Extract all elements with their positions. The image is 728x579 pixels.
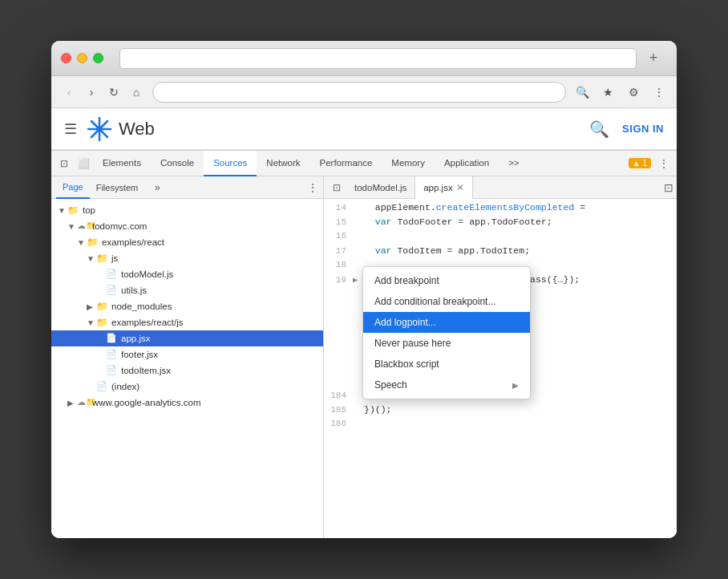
file-icon: 📄 — [106, 349, 119, 360]
fullscreen-button[interactable] — [93, 53, 103, 63]
code-line-14: 14 appElement.createElementsByCompleted … — [324, 202, 677, 217]
tab-performance[interactable]: Performance — [310, 151, 382, 176]
traffic-lights — [61, 53, 103, 63]
page-header: ☰ Web 🔍 SIGN IN — [51, 108, 677, 150]
cm-item-label: Speech — [374, 379, 407, 391]
cm-never-pause[interactable]: Never pause here — [363, 333, 530, 354]
cm-item-label: Add breakpoint — [374, 275, 439, 286]
sign-in-button[interactable]: SIGN IN — [622, 123, 664, 135]
cm-add-breakpoint[interactable]: Add breakpoint — [363, 270, 530, 291]
sidebar-options-icon[interactable]: ⋮ — [307, 181, 318, 194]
tab-console[interactable]: Console — [151, 151, 204, 176]
devtools-device-icon[interactable]: ⬜ — [74, 154, 93, 173]
file-icon: 📄 — [106, 285, 119, 296]
sidebar-tab-page[interactable]: Page — [56, 176, 90, 199]
cm-blackbox-script[interactable]: Blackbox script — [363, 354, 530, 375]
hamburger-menu-icon[interactable]: ☰ — [64, 120, 77, 138]
search-icon[interactable]: 🔍 — [571, 81, 593, 103]
cloud-folder-icon: ☁📁 — [77, 397, 90, 408]
tree-item-footer-jsx[interactable]: 📄 footer.jsx — [51, 346, 323, 362]
tree-label: examples/react/js — [111, 318, 183, 327]
tree-item-node-modules[interactable]: ▶ 📁 node_modules — [51, 298, 323, 314]
tree-label: js — [111, 253, 118, 263]
code-tab-appjsx[interactable]: app.jsx ✕ — [415, 176, 472, 199]
code-tabs: ⊡ todoModel.js app.jsx ✕ ⊡ — [324, 176, 677, 199]
tree-item-top[interactable]: ▼ 📁 top — [51, 202, 323, 218]
nav-bar: ‹ › ↻ ⌂ 🔍 ★ ⚙ ⋮ — [51, 76, 677, 108]
tree-item-todomodel[interactable]: 📄 todoModel.js — [51, 266, 323, 282]
code-tab-icon[interactable]: ⊡ — [327, 178, 346, 197]
code-tab-label: app.jsx — [423, 183, 452, 192]
nav-icons: 🔍 ★ ⚙ ⋮ — [571, 81, 670, 103]
devtools-tabs: ⊡ ⬜ Elements Console Sources Network Per… — [51, 151, 677, 176]
code-line-16: 16 — [324, 231, 677, 245]
code-expand-icon[interactable]: ⊡ — [664, 181, 673, 194]
cloud-folder-icon: ☁📁 — [77, 221, 90, 232]
tree-item-examples-react-js[interactable]: ▼ 📁 examples/react/js — [51, 314, 323, 330]
header-search-icon[interactable]: 🔍 — [589, 119, 609, 139]
tree-item-google-analytics[interactable]: ▶ ☁📁 www.google-analytics.com — [51, 395, 323, 411]
tab-application[interactable]: Application — [435, 151, 499, 176]
sidebar-tabs: Page Filesystem » ⋮ — [51, 176, 323, 199]
warning-badge: ▲ 1 — [629, 158, 651, 168]
tree-item-examples-react[interactable]: ▼ 📁 examples/react — [51, 234, 323, 250]
tree-item-todoitem-jsx[interactable]: 📄 todoItem.jsx — [51, 362, 323, 379]
url-bar[interactable] — [119, 48, 637, 69]
forward-button[interactable]: › — [80, 81, 103, 103]
tab-network[interactable]: Network — [257, 151, 309, 176]
tab-more[interactable]: >> — [499, 151, 528, 176]
code-tab-close-icon[interactable]: ✕ — [456, 182, 464, 193]
tree-item-utils[interactable]: 📄 utils.js — [51, 282, 323, 298]
tree-item-app-jsx[interactable]: 📄 app.jsx — [51, 330, 323, 346]
file-icon: 📄 — [106, 333, 119, 344]
bookmark-icon[interactable]: ★ — [597, 81, 619, 103]
tree-label: examples/react — [102, 237, 164, 247]
code-tab-label: todoModel.js — [354, 183, 406, 192]
new-tab-button[interactable]: + — [643, 48, 664, 69]
devtools-select-icon[interactable]: ⊡ — [55, 154, 74, 173]
tab-elements[interactable]: Elements — [93, 151, 151, 176]
tree-item-js[interactable]: ▼ 📁 js — [51, 250, 323, 266]
folder-icon: 📁 — [96, 253, 109, 264]
sidebar-more-icon[interactable]: » — [148, 178, 167, 197]
file-tree: ▼ 📁 top ▼ ☁📁 todomvc.com — [51, 199, 323, 538]
tree-arrow: ▶ — [87, 302, 96, 311]
tree-label: utils.js — [121, 285, 147, 295]
devtools-settings-icon[interactable]: ⋮ — [654, 154, 673, 173]
tree-label: footer.jsx — [121, 350, 158, 359]
tree-item-index[interactable]: 📄 (index) — [51, 379, 323, 395]
back-button[interactable]: ‹ — [58, 81, 80, 103]
tree-label: node_modules — [111, 302, 172, 311]
brand-name: Web — [119, 119, 589, 140]
folder-icon: 📁 — [96, 301, 109, 312]
tree-arrow: ▼ — [67, 222, 77, 231]
folder-icon: 📁 — [67, 204, 80, 216]
close-button[interactable] — [61, 53, 71, 63]
folder-icon: 📁 — [96, 317, 109, 328]
tab-sources[interactable]: Sources — [204, 151, 257, 176]
home-button[interactable]: ⌂ — [125, 81, 148, 103]
tree-item-todomvc[interactable]: ▼ ☁📁 todomvc.com — [51, 218, 323, 234]
tree-label: todomvc.com — [92, 221, 147, 231]
refresh-button[interactable]: ↻ — [103, 81, 125, 103]
tree-arrow: ▼ — [87, 254, 96, 263]
cm-add-conditional-breakpoint[interactable]: Add conditional breakpoint... — [363, 291, 530, 312]
brand-logo — [87, 116, 112, 142]
extensions-icon[interactable]: ⚙ — [622, 81, 645, 103]
menu-icon[interactable]: ⋮ — [648, 81, 670, 103]
title-bar: + — [51, 41, 677, 76]
devtools-panel: ⊡ ⬜ Elements Console Sources Network Per… — [51, 150, 677, 538]
cm-submenu-arrow: ▶ — [512, 381, 519, 390]
minimize-button[interactable] — [77, 53, 87, 63]
tab-memory[interactable]: Memory — [382, 151, 435, 176]
cm-add-logpoint[interactable]: Add logpoint... — [363, 312, 530, 333]
svg-point-0 — [97, 127, 102, 132]
code-tab-todomodel[interactable]: todoModel.js — [346, 176, 415, 199]
cm-item-label: Blackbox script — [374, 358, 439, 370]
tree-label: (index) — [111, 382, 140, 391]
file-icon: 📄 — [96, 381, 109, 392]
sidebar-tab-filesystem[interactable]: Filesystem — [90, 176, 145, 199]
cm-speech[interactable]: Speech ▶ — [363, 375, 530, 395]
nav-search-bar[interactable] — [152, 82, 566, 103]
tree-label: www.google-analytics.com — [92, 398, 201, 407]
